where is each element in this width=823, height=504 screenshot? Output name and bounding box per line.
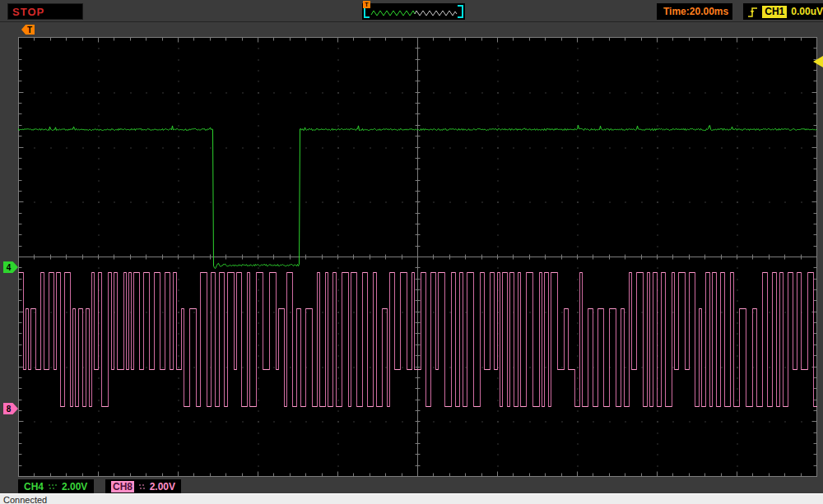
preview-waveform — [362, 3, 465, 20]
status-bar: Connected — [0, 493, 823, 504]
ch8-coupling-icon — [138, 483, 146, 491]
ch4-label: CH4 — [24, 481, 44, 492]
ch4-volts-div: 2.00V — [62, 481, 87, 492]
oscilloscope-app: STOP T Time:20.00ms CH1 0.00uV T — [0, 0, 823, 504]
preview-trigger-marker[interactable]: T — [363, 1, 370, 8]
scope-display[interactable] — [18, 37, 817, 477]
preview-right-bracket — [458, 6, 463, 17]
ch4-readout[interactable]: CH4 2.00V — [18, 479, 94, 493]
trigger-level-readout: 0.00uV — [791, 6, 823, 17]
preview-wave-right — [415, 11, 457, 16]
horizontal-preview[interactable]: T — [362, 3, 465, 20]
run-state-label: STOP — [12, 6, 44, 18]
ch8-volts-div: 2.00V — [150, 481, 175, 492]
run-state-indicator[interactable]: STOP — [7, 3, 83, 20]
timebase-readout[interactable]: Time:20.00ms — [657, 3, 732, 20]
ch4-coupling-icon — [48, 483, 58, 491]
toolbar: STOP T Time:20.00ms CH1 0.00uV — [0, 0, 823, 22]
trigger-source-badge[interactable]: CH1 — [762, 6, 787, 18]
trigger-time-marker[interactable]: T — [21, 25, 35, 35]
ch4-zero-marker[interactable]: 4 — [3, 261, 18, 273]
preview-wave-left — [371, 11, 415, 16]
channel-bar: CH4 2.00V CH8 2.00V — [18, 479, 181, 493]
ch8-readout[interactable]: CH8 2.00V — [105, 479, 181, 493]
ch8-zero-marker-label: 8 — [7, 405, 12, 414]
trigger-readout[interactable]: CH1 0.00uV — [743, 3, 823, 20]
trigger-time-marker-label: T — [27, 25, 32, 35]
ch8-zero-marker[interactable]: 8 — [3, 403, 18, 414]
ch4-zero-marker-label: 4 — [7, 263, 12, 272]
scope-area: T 4 8 CH4 2.00V CH8 — [0, 22, 823, 493]
connection-status: Connected — [3, 495, 823, 504]
trigger-rising-edge-icon — [746, 5, 758, 19]
ch8-label: CH8 — [111, 481, 134, 492]
timebase-label: Time:20.00ms — [663, 6, 728, 17]
